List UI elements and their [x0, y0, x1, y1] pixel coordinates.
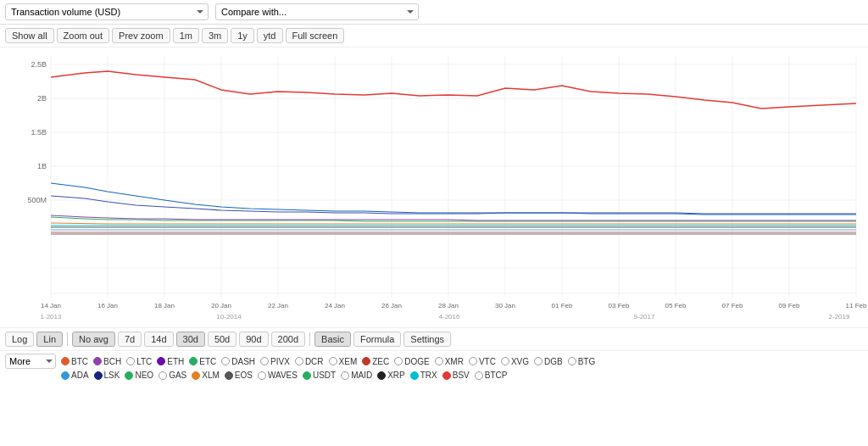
legend-dot-ltc — [126, 357, 135, 365]
divider2 — [309, 332, 310, 346]
bottom-toolbar: Log Lin No avg 7d 14d 30d 50d 90d 200d B… — [0, 327, 868, 351]
svg-text:1.5B: 1.5B — [31, 128, 47, 137]
legend-item-gas[interactable]: GAS — [159, 371, 186, 380]
3m-button[interactable]: 3m — [202, 28, 228, 43]
legend-item-xem[interactable]: XEM — [329, 357, 358, 366]
legend-dot-eth — [157, 357, 165, 365]
legend-label-lsk: LSK — [104, 371, 120, 380]
legend-label-xrp: XRP — [387, 371, 405, 380]
legend-item-dcr[interactable]: DCR — [295, 357, 324, 366]
200d-button[interactable]: 200d — [271, 332, 305, 347]
50d-button[interactable]: 50d — [208, 332, 236, 347]
legend-item-zec[interactable]: ZEC — [362, 357, 389, 366]
legend-dot-xem — [329, 357, 337, 365]
legend-item-doge[interactable]: DOGE — [394, 357, 429, 366]
legend-item-btcp[interactable]: BTCP — [475, 371, 508, 380]
legend-item-eth[interactable]: ETH — [157, 357, 184, 366]
legend-dot-xrp — [377, 371, 386, 380]
legend-label-eos: EOS — [235, 371, 253, 380]
zoom-out-button[interactable]: Zoom out — [57, 28, 109, 43]
svg-text:20 Jan: 20 Jan — [211, 302, 231, 309]
legend-dot-btc — [61, 357, 70, 365]
ytd-button[interactable]: ytd — [257, 28, 283, 43]
svg-text:09 Feb: 09 Feb — [779, 302, 800, 309]
legend-item-vtc[interactable]: VTC — [469, 357, 496, 366]
toolbar: Show all Zoom out Prev zoom 1m 3m 1y ytd… — [0, 25, 868, 47]
svg-text:1-2013: 1-2013 — [41, 313, 62, 321]
legend-item-btg[interactable]: BTG — [568, 357, 596, 366]
legend-label-usdt: USDT — [313, 371, 336, 380]
legend-label-bsv: BSV — [453, 371, 470, 380]
legend-dot-dgb — [534, 357, 542, 365]
svg-text:14 Jan: 14 Jan — [41, 302, 61, 309]
legend-label-dcr: DCR — [305, 357, 324, 366]
legend-dot-bsv — [442, 371, 451, 380]
legend-row1-items: BTCBCHLTCETHETCDASHPIVXDCRXEMZECDOGEXMRV… — [61, 357, 595, 366]
basic-button[interactable]: Basic — [314, 332, 351, 347]
legend-item-xrp[interactable]: XRP — [377, 371, 405, 380]
legend-item-trx[interactable]: TRX — [410, 371, 437, 380]
formula-button[interactable]: Formula — [353, 332, 401, 347]
divider — [67, 332, 68, 346]
1y-button[interactable]: 1y — [231, 28, 254, 43]
legend-label-xem: XEM — [339, 357, 358, 366]
legend-dot-neo — [125, 371, 133, 380]
transaction-select[interactable]: Transaction volume (USD) — [5, 3, 209, 20]
svg-text:24 Jan: 24 Jan — [325, 302, 345, 309]
svg-text:28 Jan: 28 Jan — [438, 302, 459, 309]
legend-item-bch[interactable]: BCH — [93, 357, 121, 366]
more-select[interactable]: More — [5, 354, 56, 369]
legend-item-pivx[interactable]: PIVX — [260, 357, 290, 366]
legend-item-xvg[interactable]: XVG — [501, 357, 529, 366]
legend-dot-eos — [225, 371, 233, 380]
7d-button[interactable]: 7d — [118, 332, 142, 347]
legend-item-ada[interactable]: ADA — [61, 371, 89, 380]
1m-button[interactable]: 1m — [173, 28, 199, 43]
legend-dot-waves — [258, 371, 266, 380]
legend-item-bsv[interactable]: BSV — [442, 371, 470, 380]
30d-button[interactable]: 30d — [176, 332, 205, 347]
svg-text:10-2014: 10-2014 — [216, 313, 242, 321]
legend-item-dgb[interactable]: DGB — [534, 357, 563, 366]
legend-item-xlm[interactable]: XLM — [192, 371, 220, 380]
legend-label-doge: DOGE — [404, 357, 429, 366]
legend-label-btc: BTC — [71, 357, 88, 366]
legend-dot-doge — [394, 357, 403, 365]
legend-label-pivx: PIVX — [270, 357, 290, 366]
14d-button[interactable]: 14d — [144, 332, 173, 347]
no-avg-button[interactable]: No avg — [72, 332, 115, 347]
legend-label-trx: TRX — [420, 371, 437, 380]
legend-dot-pivx — [260, 357, 269, 365]
compare-select[interactable]: Compare with... — [215, 3, 419, 20]
svg-text:4-2016: 4-2016 — [439, 313, 460, 321]
log-button[interactable]: Log — [5, 332, 34, 347]
legend-item-etc[interactable]: ETC — [189, 357, 216, 366]
lin-button[interactable]: Lin — [36, 332, 63, 347]
legend-label-ltc: LTC — [136, 357, 152, 366]
legend-item-maid[interactable]: MAID — [341, 371, 372, 380]
legend-item-neo[interactable]: NEO — [125, 371, 153, 380]
legend-dot-dash — [221, 357, 230, 365]
legend-dot-usdt — [303, 371, 311, 380]
legend-item-dash[interactable]: DASH — [221, 357, 255, 366]
legend-item-btc[interactable]: BTC — [61, 357, 88, 366]
prev-zoom-button[interactable]: Prev zoom — [112, 28, 170, 43]
svg-text:07 Feb: 07 Feb — [722, 302, 743, 309]
legend-item-lsk[interactable]: LSK — [94, 371, 120, 380]
legend-label-vtc: VTC — [479, 357, 496, 366]
show-all-button[interactable]: Show all — [5, 28, 54, 43]
legend-label-btg: BTG — [578, 357, 596, 366]
settings-button[interactable]: Settings — [403, 332, 451, 347]
legend-item-usdt[interactable]: USDT — [303, 371, 336, 380]
full-screen-button[interactable]: Full screen — [286, 28, 345, 43]
legend-row-1: More BTCBCHLTCETHETCDASHPIVXDCRXEMZECDOG… — [5, 354, 863, 369]
svg-text:01 Feb: 01 Feb — [552, 302, 573, 309]
legend-item-xmr[interactable]: XMR — [435, 357, 464, 366]
legend-dot-dcr — [295, 357, 303, 365]
90d-button[interactable]: 90d — [239, 332, 268, 347]
legend-item-waves[interactable]: WAVES — [258, 371, 298, 380]
legend-item-ltc[interactable]: LTC — [126, 357, 152, 366]
legend-label-xlm: XLM — [202, 371, 220, 380]
legend-label-etc: ETC — [199, 357, 216, 366]
legend-item-eos[interactable]: EOS — [225, 371, 253, 380]
